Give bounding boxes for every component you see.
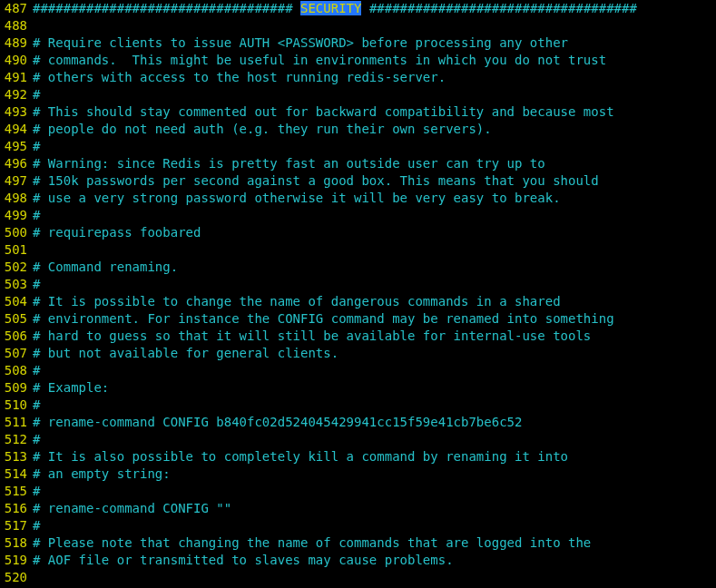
line-content: # [33,86,716,103]
line-number: 489 [0,34,33,52]
line-number: 491 [0,69,33,86]
line-content: # Require clients to issue AUTH <PASSWOR… [33,34,716,52]
line-number: 514 [0,466,33,483]
line-content: # use a very strong password otherwise i… [33,190,716,207]
line-number: 496 [0,155,33,172]
code-line[interactable]: 517# [0,517,716,534]
code-line[interactable]: 490# commands. This might be useful in e… [0,52,716,69]
line-number: 498 [0,190,33,207]
line-number: 499 [0,207,33,224]
code-line[interactable]: 519# AOF file or transmitted to slaves m… [0,552,716,569]
line-number: 512 [0,431,33,448]
code-line[interactable]: 497# 150k passwords per second against a… [0,172,716,190]
line-content: # AOF file or transmitted to slaves may … [33,552,716,569]
code-line[interactable]: 520 [0,569,716,586]
line-number: 505 [0,310,33,328]
code-line[interactable]: 498# use a very strong password otherwis… [0,190,716,207]
code-line[interactable]: 502# Command renaming. [0,259,716,276]
line-number: 518 [0,534,33,552]
code-line[interactable]: 509# Example: [0,379,716,397]
line-content: # hard to guess so that it will still be… [33,328,716,345]
code-line[interactable]: 505# environment. For instance the CONFI… [0,310,716,328]
code-editor[interactable]: 487################################## SE… [0,0,716,586]
code-line[interactable]: 491# others with access to the host runn… [0,69,716,86]
line-number: 493 [0,103,33,121]
code-line[interactable]: 511# rename-command CONFIG b840fc02d5240… [0,414,716,431]
code-line[interactable]: 500# requirepass foobared [0,224,716,241]
line-content: # people do not need auth (e.g. they run… [33,121,716,138]
line-content: # [33,431,716,448]
line-number: 500 [0,224,33,241]
line-content: # but not available for general clients. [33,345,716,362]
code-line[interactable]: 512# [0,431,716,448]
line-content: # Example: [33,379,716,397]
line-content [33,569,716,586]
line-number: 487 [0,0,33,17]
line-number: 497 [0,172,33,190]
code-line[interactable]: 510# [0,397,716,414]
code-line[interactable]: 494# people do not need auth (e.g. they … [0,121,716,138]
line-content: # Command renaming. [33,259,716,276]
line-number: 507 [0,345,33,362]
line-content: # [33,138,716,155]
line-content: # [33,517,716,534]
code-line[interactable]: 516# rename-command CONFIG "" [0,500,716,517]
search-highlight: SECURITY [300,1,361,15]
line-content: # It is also possible to completely kill… [33,448,716,466]
code-line[interactable]: 513# It is also possible to completely k… [0,448,716,466]
code-line[interactable]: 496# Warning: since Redis is pretty fast… [0,155,716,172]
line-number: 488 [0,17,33,34]
line-number: 509 [0,379,33,397]
line-number: 492 [0,86,33,103]
code-line[interactable]: 504# It is possible to change the name o… [0,293,716,310]
code-line[interactable]: 503# [0,276,716,293]
line-content: # environment. For instance the CONFIG c… [33,310,716,328]
code-line[interactable]: 488 [0,17,716,34]
line-content: # Warning: since Redis is pretty fast an… [33,155,716,172]
code-line[interactable]: 514# an empty string: [0,466,716,483]
line-number: 495 [0,138,33,155]
line-content: # [33,207,716,224]
code-line[interactable]: 518# Please note that changing the name … [0,534,716,552]
line-content: # It is possible to change the name of d… [33,293,716,310]
line-content: # Please note that changing the name of … [33,534,716,552]
line-content: # rename-command CONFIG "" [33,500,716,517]
line-number: 510 [0,397,33,414]
line-content: # [33,397,716,414]
line-content: # This should stay commented out for bac… [33,103,716,121]
line-number: 502 [0,259,33,276]
line-content: ################################## SECUR… [33,0,716,17]
line-text-segment: ################################## [33,1,300,15]
line-number: 511 [0,414,33,431]
line-number: 517 [0,517,33,534]
line-number: 519 [0,552,33,569]
line-number: 490 [0,52,33,69]
code-line[interactable]: 489# Require clients to issue AUTH <PASS… [0,34,716,52]
line-text-segment: ################################### [361,1,636,15]
line-content: # 150k passwords per second against a go… [33,172,716,190]
code-line[interactable]: 515# [0,483,716,500]
line-number: 516 [0,500,33,517]
line-content: # an empty string: [33,466,716,483]
code-line[interactable]: 492# [0,86,716,103]
code-line[interactable]: 501 [0,241,716,259]
code-line[interactable]: 499# [0,207,716,224]
line-content: # [33,276,716,293]
line-number: 508 [0,362,33,379]
line-content: # commands. This might be useful in envi… [33,52,716,69]
line-content: # [33,362,716,379]
code-line[interactable]: 487################################## SE… [0,0,716,17]
code-line[interactable]: 507# but not available for general clien… [0,345,716,362]
line-number: 504 [0,293,33,310]
line-content [33,241,716,259]
line-number: 520 [0,569,33,586]
line-content: # requirepass foobared [33,224,716,241]
line-content: # [33,483,716,500]
line-number: 515 [0,483,33,500]
code-line[interactable]: 506# hard to guess so that it will still… [0,328,716,345]
line-number: 503 [0,276,33,293]
line-number: 494 [0,121,33,138]
code-line[interactable]: 508# [0,362,716,379]
code-line[interactable]: 493# This should stay commented out for … [0,103,716,121]
code-line[interactable]: 495# [0,138,716,155]
